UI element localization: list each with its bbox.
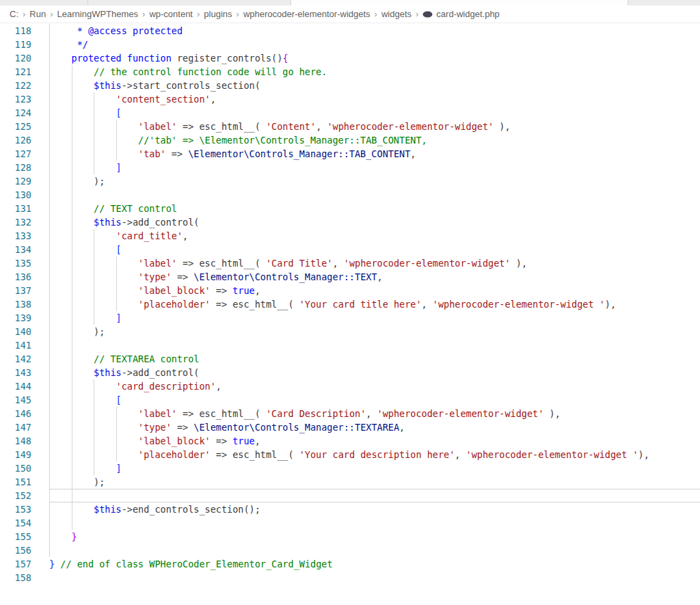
breadcrumb-item[interactable]: widgets bbox=[381, 9, 412, 19]
code-line[interactable]: 118 * @access protected bbox=[0, 24, 700, 38]
line-number[interactable]: 138 bbox=[0, 297, 31, 311]
line-number[interactable]: 146 bbox=[0, 407, 31, 420]
line-number[interactable]: 145 bbox=[0, 393, 31, 407]
code-line[interactable]: 144'card_description', bbox=[0, 379, 700, 393]
line-number[interactable]: 123 bbox=[0, 92, 31, 106]
code-line[interactable]: 134[ bbox=[0, 243, 700, 256]
line-number[interactable]: 144 bbox=[0, 379, 31, 393]
code-line[interactable]: 153$this->end_controls_section(); bbox=[0, 502, 700, 516]
indent-guide bbox=[49, 420, 72, 434]
line-number[interactable]: 134 bbox=[0, 243, 31, 256]
editor[interactable]: 118 * @access protected119 */120protecte… bbox=[0, 23, 700, 584]
code-line[interactable]: 150] bbox=[0, 461, 700, 475]
code-line[interactable]: 125'label' => esc_html__( 'Content', 'wp… bbox=[0, 120, 700, 133]
code-line[interactable]: 158 bbox=[0, 571, 700, 584]
code-line[interactable]: 147'type' => \Elementor\Controls_Manager… bbox=[0, 420, 700, 434]
line-number[interactable]: 150 bbox=[0, 461, 31, 475]
line-number[interactable]: 126 bbox=[0, 133, 31, 147]
line-number[interactable]: 141 bbox=[0, 338, 31, 352]
line-number[interactable]: 118 bbox=[0, 24, 31, 38]
code-line[interactable]: 121// the control function code will go … bbox=[0, 65, 700, 79]
breadcrumb-item[interactable]: wp-content bbox=[149, 9, 193, 19]
code-line[interactable]: 141 bbox=[0, 338, 700, 352]
code-line[interactable]: 152 bbox=[0, 489, 700, 502]
code-line[interactable]: 119 */ bbox=[0, 38, 700, 51]
code-line[interactable]: 154 bbox=[0, 516, 700, 530]
line-number[interactable]: 130 bbox=[0, 188, 31, 202]
code-line[interactable]: 139] bbox=[0, 311, 700, 325]
line-number[interactable]: 122 bbox=[0, 79, 31, 92]
line-number[interactable]: 153 bbox=[0, 502, 31, 516]
line-number[interactable]: 133 bbox=[0, 229, 31, 243]
line-number[interactable]: 143 bbox=[0, 366, 31, 379]
breadcrumb-item[interactable]: LearningWPThemes bbox=[57, 9, 139, 19]
code-line[interactable]: 148'label_block' => true, bbox=[0, 434, 700, 448]
line-number[interactable]: 151 bbox=[0, 475, 31, 489]
token-fn: start_controls_section bbox=[133, 80, 255, 91]
code-line[interactable]: 135'label' => esc_html__( 'Card Title', … bbox=[0, 256, 700, 270]
code-line[interactable]: 155} bbox=[0, 530, 700, 543]
code-line[interactable]: 131// TEXT control bbox=[0, 202, 700, 215]
code-line[interactable]: 120protected function register_controls(… bbox=[0, 51, 700, 65]
indent-guide bbox=[49, 229, 72, 243]
line-number[interactable]: 124 bbox=[0, 106, 31, 120]
code-line[interactable]: 126//'tab' => \Elementor\Controls_Manage… bbox=[0, 133, 700, 147]
code-content: [ bbox=[49, 243, 700, 256]
code-content bbox=[49, 543, 700, 557]
line-number[interactable]: 156 bbox=[0, 543, 31, 557]
code-line[interactable]: 149'placeholder' => esc_html__( 'Your ca… bbox=[0, 448, 700, 461]
token-str: 'type' bbox=[138, 271, 172, 282]
code-line[interactable]: 142// TEXTAREA control bbox=[0, 352, 700, 366]
line-number[interactable]: 128 bbox=[0, 161, 31, 174]
line-number[interactable]: 131 bbox=[0, 202, 31, 215]
line-number[interactable]: 147 bbox=[0, 420, 31, 434]
token-fn: end_controls_section bbox=[133, 504, 244, 515]
line-number[interactable]: 119 bbox=[0, 38, 31, 51]
breadcrumb-item[interactable]: wpherocoder-elementor-widgets bbox=[243, 9, 371, 19]
code-line[interactable]: 128] bbox=[0, 161, 700, 174]
breadcrumb-item[interactable]: C: bbox=[10, 9, 18, 19]
code-line[interactable]: 127'tab' => \Elementor\Controls_Manager:… bbox=[0, 147, 700, 161]
code-line[interactable]: 132$this->add_control( bbox=[0, 215, 700, 229]
code-line[interactable]: 133'card_title', bbox=[0, 229, 700, 243]
line-number[interactable]: 152 bbox=[0, 489, 31, 502]
indent-guide bbox=[94, 229, 116, 243]
line-number[interactable]: 157 bbox=[0, 557, 31, 571]
line-number[interactable]: 154 bbox=[0, 516, 31, 530]
line-number[interactable]: 137 bbox=[0, 284, 31, 297]
code-line[interactable]: 145[ bbox=[0, 393, 700, 407]
line-number[interactable]: 132 bbox=[0, 215, 31, 229]
line-number[interactable]: 127 bbox=[0, 147, 31, 161]
line-number[interactable]: 121 bbox=[0, 65, 31, 79]
line-number[interactable]: 149 bbox=[0, 448, 31, 461]
line-number[interactable]: 125 bbox=[0, 120, 31, 133]
code-line[interactable]: 156 bbox=[0, 543, 700, 557]
code-line[interactable]: 130 bbox=[0, 188, 700, 202]
line-number[interactable]: 129 bbox=[0, 174, 31, 188]
code-line[interactable]: 137'label_block' => true, bbox=[0, 284, 700, 297]
breadcrumb-item[interactable]: Run bbox=[29, 9, 46, 19]
breadcrumb-item[interactable]: card-widget.php bbox=[436, 9, 500, 19]
line-number[interactable]: 142 bbox=[0, 352, 31, 366]
code-line[interactable]: 157} // end of class WPHeroCoder_Element… bbox=[0, 557, 700, 571]
code-line[interactable]: 123'content_section', bbox=[0, 92, 700, 106]
code-line[interactable]: 146'label' => esc_html__( 'Card Descript… bbox=[0, 407, 700, 420]
line-number[interactable]: 139 bbox=[0, 311, 31, 325]
code-line[interactable]: 124[ bbox=[0, 106, 700, 120]
code-line[interactable]: 129); bbox=[0, 174, 700, 188]
breadcrumb-item[interactable]: plugins bbox=[204, 9, 232, 19]
line-number[interactable]: 120 bbox=[0, 51, 31, 65]
code-line[interactable]: 122$this->start_controls_section( bbox=[0, 79, 700, 92]
code-line[interactable]: 136'type' => \Elementor\Controls_Manager… bbox=[0, 270, 700, 284]
code-content bbox=[49, 516, 700, 530]
line-number[interactable]: 136 bbox=[0, 270, 31, 284]
code-line[interactable]: 138'placeholder' => esc_html__( 'Your ca… bbox=[0, 297, 700, 311]
line-number[interactable]: 155 bbox=[0, 530, 31, 543]
code-line[interactable]: 143$this->add_control( bbox=[0, 366, 700, 379]
code-line[interactable]: 140); bbox=[0, 325, 700, 338]
line-number[interactable]: 148 bbox=[0, 434, 31, 448]
code-line[interactable]: 151); bbox=[0, 475, 700, 489]
line-number[interactable]: 135 bbox=[0, 256, 31, 270]
line-number[interactable]: 158 bbox=[0, 571, 31, 584]
line-number[interactable]: 140 bbox=[0, 325, 31, 338]
